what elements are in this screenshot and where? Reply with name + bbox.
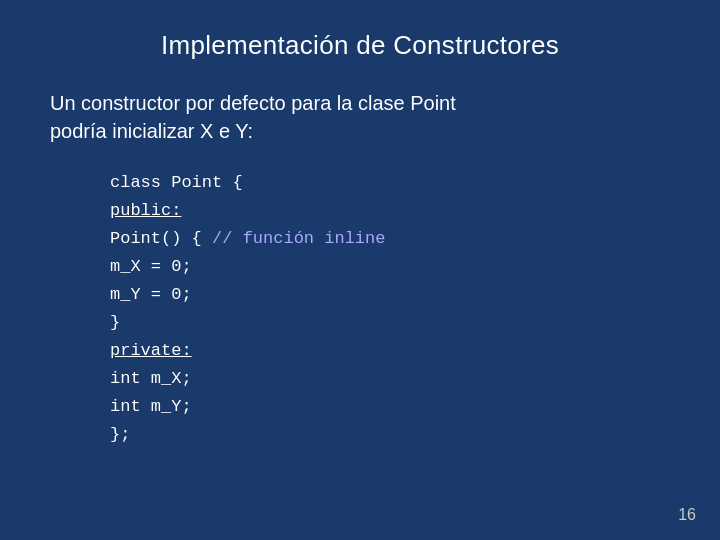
code-line-3: Point() { // función inline <box>110 225 670 253</box>
intro-text: Un constructor por defecto para la clase… <box>50 89 670 145</box>
code-line-8: int m_X; <box>110 365 670 393</box>
code-line-5: m_Y = 0; <box>110 281 670 309</box>
intro-line1: Un constructor por defecto para la clase… <box>50 92 456 114</box>
code-line-4: m_X = 0; <box>110 253 670 281</box>
code-block: class Point { public: Point() { // funci… <box>110 169 670 449</box>
code-line-10: }; <box>110 421 670 449</box>
code-line-9: int m_Y; <box>110 393 670 421</box>
intro-line2: podría inicializar X e Y: <box>50 120 253 142</box>
page-number: 16 <box>678 506 696 524</box>
code-line-6: } <box>110 309 670 337</box>
code-line-2: public: <box>110 197 670 225</box>
slide: Implementación de Constructores Un const… <box>0 0 720 540</box>
code-line-1: class Point { <box>110 169 670 197</box>
code-line-7: private: <box>110 337 670 365</box>
slide-title: Implementación de Constructores <box>50 30 670 61</box>
